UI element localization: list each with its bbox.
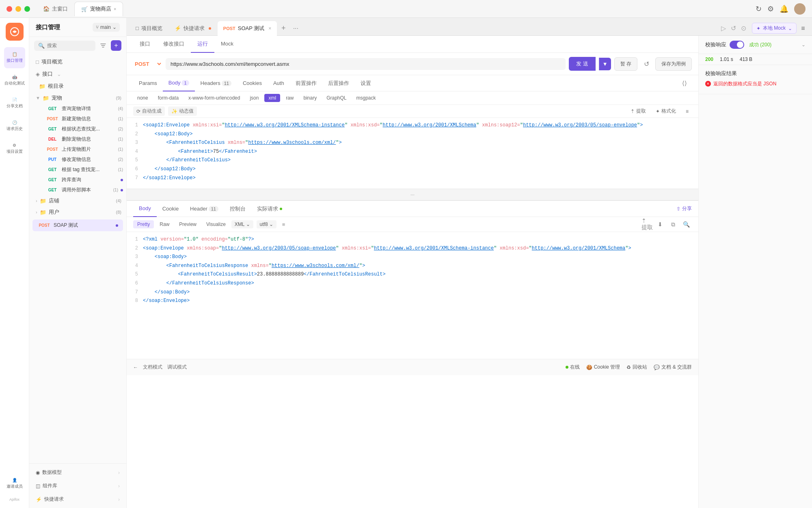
sort-button[interactable]: ≡ [682,107,692,115]
sub-tab-params[interactable]: Params [133,75,163,91]
traffic-light-green[interactable] [24,6,30,12]
resp-format-selector[interactable]: XML ⌄ [231,220,253,228]
body-type-urlencoded[interactable]: x-www-form-urlencoded [184,94,244,102]
tab-home[interactable]: 🏠 主窗口 [37,2,74,16]
sidebar-item-share-doc[interactable]: 📄 分享文档 [4,93,25,114]
run-icon[interactable]: ▷ [721,24,726,32]
nav-bottom-data-model[interactable]: ◉ 数据模型 › [36,467,120,478]
resp-format-pretty[interactable]: Pretty [133,220,154,228]
resp-format-raw[interactable]: Raw [155,220,173,228]
sub-tab-cookies[interactable]: Cookies [237,75,268,91]
resp-tab-header[interactable]: Header 11 [184,201,224,217]
resp-tab-actual-req[interactable]: 实际请求 [251,201,288,217]
split-divider[interactable]: ··· [127,189,698,200]
pet-folder-header[interactable]: ▼ 📁 宠物 (9) [29,92,126,104]
search-input[interactable] [47,43,91,48]
code-view-button[interactable]: ⟨⟩ [677,75,692,91]
sidebar-item-api-mgmt[interactable]: 📋 接口管理 [4,47,25,68]
resp-format-preview[interactable]: Preview [175,220,201,228]
nav-item-project-overview[interactable]: □ 项目概览 [29,56,126,68]
resp-toolbar-extra-icon[interactable]: ≡ [278,219,289,230]
endpoint-get-pet-status[interactable]: GET 根据状态查找宠... (2) [41,124,126,134]
body-type-msgpack[interactable]: msgpack [352,94,380,102]
resp-encoding-selector[interactable]: utf8 ⌄ [257,220,276,228]
tab-run[interactable]: 运行 [191,36,214,53]
more-tabs-button[interactable]: ··· [290,23,301,34]
resp-tab-body[interactable]: Body [133,201,157,217]
traffic-light-yellow[interactable] [15,6,21,12]
tab-edit-interface[interactable]: 修改接口 [157,36,191,53]
nav-bottom-component-lib[interactable]: ◫ 组件库 › [36,480,120,491]
endpoint-del-pet[interactable]: DEL 删除宠物信息 (1) [41,134,126,144]
community-button[interactable]: 💬 文档 & 交流群 [654,364,692,371]
tab-petstore[interactable]: 🛒 宠物商店 × [74,2,123,16]
sidebar-item-auto-test[interactable]: 🤖 自动化测试 [4,70,25,91]
sub-tab-settings[interactable]: 设置 [355,75,377,91]
endpoint-get-cross[interactable]: GET 跨库查询 [41,175,126,185]
body-type-raw[interactable]: raw [282,94,298,102]
menu-button[interactable]: ≡ [797,23,809,34]
sidebar-item-history[interactable]: 🕐 请求历史 [4,115,25,137]
dynamic-value-button[interactable]: ✨ 动态值 [168,106,197,116]
store-folder-header[interactable]: › 📁 店铺 (4) [29,195,126,206]
method-select[interactable]: POST GET PUT DELETE [133,61,162,67]
bell-icon[interactable]: 🔔 [780,4,788,13]
avatar[interactable] [794,3,806,15]
endpoint-put-pet[interactable]: PUT 修改宠物信息 (2) [41,154,126,165]
endpoint-get-external[interactable]: GET 调用外部脚本 (1) [41,185,126,195]
send-dropdown-button[interactable]: ▼ [599,58,611,70]
body-type-xml[interactable]: xml [264,94,280,102]
doc-mode-button[interactable]: 文档模式 [143,364,162,371]
endpoint-post-upload[interactable]: POST 上传宠物图片 (1) [41,144,126,154]
temp-save-button[interactable]: 暂 存 [614,57,637,71]
resp-extract-button[interactable]: ⇡ 提取 [641,219,653,230]
cookie-mgmt-button[interactable]: 🍪 Cookie 管理 [586,364,620,371]
add-api-button[interactable]: + [111,40,121,51]
share-button[interactable]: ⇧ 分享 [676,205,692,212]
online-status[interactable]: 在线 [566,364,580,371]
sub-tab-post-ops[interactable]: 后置操作 [322,75,355,91]
page-tab-close-icon[interactable]: × [268,26,271,31]
nav-item-root[interactable]: 📁 根目录 [29,80,126,92]
refresh-icon[interactable]: ↻ [756,4,762,13]
tab-interface[interactable]: 接口 [133,36,157,53]
nav-item-api-list[interactable]: ◈ 接口 ⌄ [29,68,126,80]
body-type-json[interactable]: json [246,94,263,102]
url-input[interactable] [171,61,561,67]
branch-selector[interactable]: ⑂ main ⌄ [93,23,120,32]
page-tab-project-overview[interactable]: □ 项目概览 [130,21,168,36]
traffic-light-red[interactable] [6,6,12,12]
tab-mock[interactable]: Mock [214,36,240,53]
sidebar-item-project-settings[interactable]: ⚙ 项目设置 [4,138,25,159]
page-tab-soap-test[interactable]: POST SOAP 测试 × [218,21,277,36]
sub-tab-headers[interactable]: Headers 11 [195,75,237,91]
save-example-button[interactable]: 保存为用例 [655,57,692,71]
body-type-binary[interactable]: binary [299,94,321,102]
filter-button[interactable] [98,40,108,51]
body-type-graphql[interactable]: GraphQL [322,94,350,102]
sub-tab-body[interactable]: Body 1 [163,75,195,91]
resp-search-button[interactable]: 🔍 [680,219,692,230]
body-type-form-data[interactable]: form-data [154,94,183,102]
page-tab-quick-req[interactable]: ⚡ 快捷请求 [169,21,217,36]
resp-copy-button[interactable]: ⧉ [667,219,679,230]
endpoint-post-new-pet[interactable]: POST 新建宠物信息 (1) [41,114,126,124]
auto-gen-button[interactable]: ⟳ 自动生成 [133,106,165,116]
back-button[interactable]: ← [133,365,138,370]
add-tab-button[interactable]: + [278,23,289,34]
sidebar-item-invite[interactable]: 👤 邀请成员 [4,473,25,494]
verify-toggle[interactable] [730,41,744,49]
nav-bottom-quick-req[interactable]: ⚡ 快捷请求 › [36,494,120,505]
settings-icon[interactable]: ⚙ [767,4,774,13]
debug-mode-button[interactable]: 调试模式 [167,364,187,371]
resp-tab-cookie[interactable]: Cookie [157,201,184,217]
endpoint-get-tag[interactable]: GET 根据 tag 查找宠... (1) [41,165,126,175]
sub-tab-pre-ops[interactable]: 前置操作 [290,75,322,91]
recycle-button[interactable]: ♻ 回收站 [626,364,647,371]
settings-gear-icon[interactable]: ⊙ [741,24,746,32]
extract-button[interactable]: ⇡ 提取 [627,106,649,116]
request-body-editor[interactable]: 1 <soap12:Envelope xmlns:xsi="http://www… [127,118,698,189]
right-panel-dropdown[interactable]: ⌄ [801,42,806,48]
reset-button[interactable]: ↺ [641,58,652,69]
sub-tab-auth[interactable]: Auth [268,75,290,91]
